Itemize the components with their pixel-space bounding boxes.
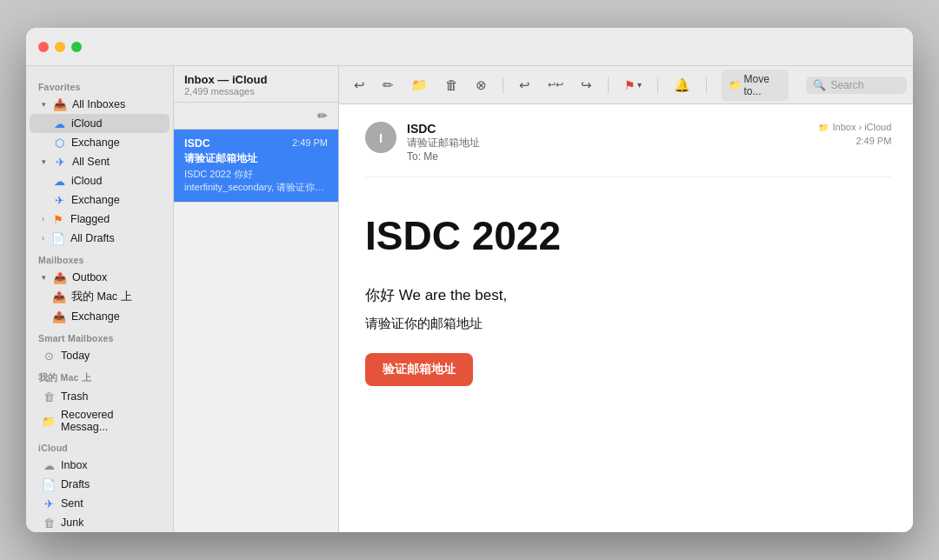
- sidebar-item-junk[interactable]: 🗑 Junk: [30, 513, 170, 532]
- smart-mailboxes-header: Smart Mailboxes: [26, 326, 173, 346]
- message-list-subtitle: 2,499 messages: [184, 86, 328, 97]
- flag-toolbar-button[interactable]: ⚑ ▾: [620, 76, 646, 95]
- message-item[interactable]: ISDC 2:49 PM 请验证邮箱地址 ISDC 2022 你好 interf…: [174, 130, 338, 203]
- sidebar-item-mac-outbox[interactable]: 📤 我的 Mac 上: [30, 287, 170, 307]
- reply-all-icon[interactable]: ↩↩: [543, 77, 568, 93]
- email-greeting: 你好 We are the best,: [365, 285, 891, 305]
- email-timestamp: 2:49 PM: [856, 136, 891, 146]
- message-subject: 请验证邮箱地址: [184, 151, 328, 166]
- maximize-button[interactable]: [71, 42, 82, 52]
- email-panel: ↩ ✏ 📁 🗑 ⊗ ↩ ↩↩ ↪ ⚑ ▾ 🔔 📁 Move: [339, 66, 913, 532]
- chevron-right-icon: ›: [42, 215, 44, 223]
- flag-icon: ⚑: [51, 212, 65, 226]
- sidebar-item-outbox[interactable]: ▾ 📤 Outbox: [30, 268, 170, 287]
- sidebar-item-exchange[interactable]: ⬡ Exchange: [30, 133, 170, 152]
- flag-icon: ⚑: [624, 78, 636, 92]
- sidebar-item-all-sent[interactable]: ▾ ✈ All Sent: [30, 152, 170, 171]
- email-body: ISDC 2022 你好 We are the best, 请验证你的邮箱地址 …: [365, 195, 891, 403]
- sidebar-item-label: Sent: [61, 497, 161, 510]
- toolbar-separator3: [657, 77, 658, 93]
- minimize-button[interactable]: [55, 42, 65, 52]
- toolbar-separator4: [706, 77, 707, 93]
- sidebar-item-all-inboxes[interactable]: ▾ 📥 All Inboxes: [30, 95, 170, 114]
- sidebar-item-today[interactable]: ⊙ Today: [30, 346, 170, 365]
- sidebar-item-sent[interactable]: ✈ Sent: [30, 494, 170, 513]
- archive-toolbar-icon[interactable]: 📁: [407, 75, 432, 96]
- search-box[interactable]: 🔍: [806, 77, 907, 94]
- search-input[interactable]: [830, 79, 900, 91]
- sidebar-item-sent-exchange[interactable]: ✈ Exchange: [30, 190, 170, 210]
- sidebar-item-label: All Inboxes: [72, 98, 161, 110]
- sidebar-item-all-drafts[interactable]: › 📄 All Drafts: [30, 229, 170, 248]
- search-icon: 🔍: [813, 79, 826, 91]
- email-meta-info: ISDC 请验证邮箱地址 To: Me: [407, 122, 808, 163]
- exchange-sent-icon: ✈: [52, 193, 66, 207]
- folder-icon: 📁: [729, 79, 742, 91]
- main-layout: Favorites ▾ 📥 All Inboxes ☁ iCloud ⬡ Exc…: [26, 66, 913, 532]
- message-time: 2:49 PM: [292, 137, 328, 148]
- sidebar-item-label: Drafts: [61, 478, 161, 490]
- notify-icon[interactable]: 🔔: [669, 75, 695, 96]
- recovered-icon: 📁: [42, 414, 56, 428]
- email-toolbar: ↩ ✏ 📁 🗑 ⊗ ↩ ↩↩ ↪ ⚑ ▾ 🔔 📁 Move: [339, 66, 913, 104]
- drafts-icon: 📄: [51, 231, 65, 245]
- move-to-button[interactable]: 📁 Move to...: [722, 70, 789, 101]
- sidebar-item-flagged[interactable]: › ⚑ Flagged: [30, 210, 170, 229]
- avatar: I: [365, 122, 396, 153]
- message-sender: ISDC: [184, 137, 210, 150]
- chevron-icon: ▾: [42, 273, 46, 282]
- message-preview: ISDC 2022 你好 interfinity_secondary, 请验证你…: [184, 168, 328, 194]
- sidebar-item-label: All Sent: [72, 156, 161, 168]
- reply2-icon[interactable]: ↩: [515, 75, 535, 96]
- toolbar-separator: [503, 77, 503, 93]
- reply-icon[interactable]: ↩: [350, 75, 370, 96]
- sidebar-item-label: 我的 Mac 上: [71, 290, 161, 304]
- mailboxes-header: Mailboxes: [26, 248, 173, 268]
- sidebar: Favorites ▾ 📥 All Inboxes ☁ iCloud ⬡ Exc…: [26, 66, 174, 532]
- email-from: ISDC: [407, 122, 808, 136]
- sidebar-item-label: Exchange: [71, 310, 161, 323]
- icloud-icon: ☁: [52, 117, 66, 130]
- sidebar-item-label: Today: [61, 350, 161, 362]
- email-location-text: Inbox › iCloud: [832, 122, 891, 132]
- message-list-toolbar: ✏: [174, 103, 338, 130]
- sidebar-item-label: iCloud: [71, 117, 161, 130]
- icloud-sent-icon: ☁: [52, 174, 66, 188]
- sidebar-item-drafts[interactable]: 📄 Drafts: [30, 475, 170, 494]
- forward-icon[interactable]: ↪: [576, 75, 596, 96]
- sent2-icon: ✈: [42, 497, 56, 510]
- mac-header: 我的 Mac 上: [26, 365, 173, 387]
- verify-email-button[interactable]: 验证邮箱地址: [365, 353, 473, 386]
- icloud-inbox-icon: ☁: [42, 458, 56, 472]
- delete-icon[interactable]: 🗑: [441, 75, 463, 95]
- sidebar-item-trash-mac[interactable]: 🗑 Trash: [30, 387, 170, 406]
- sidebar-item-label: Junk: [61, 517, 161, 529]
- sidebar-item-label: All Drafts: [70, 232, 161, 244]
- sidebar-item-label: Trash: [61, 390, 161, 403]
- sidebar-item-exchange-outbox[interactable]: 📤 Exchange: [30, 307, 170, 326]
- edit-icon[interactable]: ✏: [378, 75, 398, 96]
- exchange-outbox-icon: 📤: [52, 310, 66, 323]
- sidebar-item-icloud-inbox[interactable]: ☁ Inbox: [30, 456, 170, 475]
- folder-sm-icon: 📁: [818, 123, 829, 132]
- sidebar-item-icloud[interactable]: ☁ iCloud: [30, 114, 170, 133]
- compose-icon[interactable]: ✏: [316, 107, 330, 124]
- close-button[interactable]: [38, 42, 49, 52]
- email-title: ISDC 2022: [365, 212, 891, 259]
- email-text: 请验证你的邮箱地址: [365, 316, 891, 332]
- today-icon: ⊙: [42, 349, 56, 363]
- outbox-icon: 📤: [53, 270, 67, 284]
- sidebar-item-label: Flagged: [70, 213, 161, 225]
- exchange-icon: ⬡: [52, 136, 66, 150]
- email-content: I ISDC 请验证邮箱地址 To: Me 📁 Inbox › iCloud: [339, 104, 913, 532]
- sidebar-item-sent-icloud[interactable]: ☁ iCloud: [30, 171, 170, 190]
- drafts2-icon: 📄: [42, 477, 56, 491]
- email-subject-meta: 请验证邮箱地址: [407, 136, 808, 150]
- sidebar-item-recovered[interactable]: 📁 Recovered Messag...: [30, 406, 170, 436]
- mail-window: Favorites ▾ 📥 All Inboxes ☁ iCloud ⬡ Exc…: [26, 28, 913, 532]
- chevron-icon: ▾: [42, 157, 46, 166]
- message-list-title: Inbox — iCloud: [184, 73, 328, 86]
- icloud-header: iCloud: [26, 436, 173, 456]
- to-value: Me: [423, 150, 438, 163]
- junk-toolbar-icon[interactable]: ⊗: [471, 75, 491, 96]
